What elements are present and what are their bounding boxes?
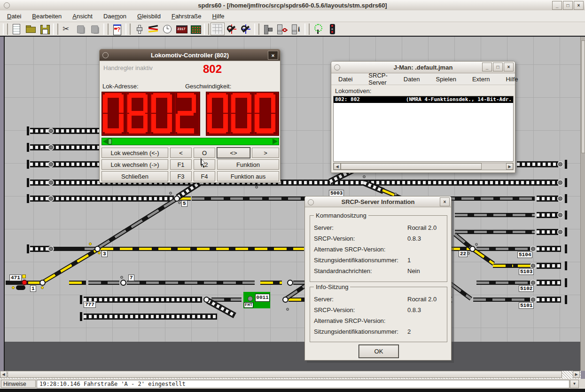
track-segment <box>69 281 86 285</box>
copy-button[interactable] <box>74 23 88 35</box>
edit-tracks-blue-button[interactable] <box>239 23 253 35</box>
jman-titlebar[interactable]: J-Man: .default.jman _□× <box>331 62 515 73</box>
hscroll-left-icon[interactable]: ◀ <box>0 371 7 378</box>
controller-window-icon[interactable] <box>102 52 109 58</box>
slider-handle[interactable] <box>108 139 112 144</box>
edit-tracks-red-button[interactable] <box>225 23 239 35</box>
layout-dark-band <box>5 342 580 371</box>
controller-close-button[interactable]: × <box>268 51 278 60</box>
menu-daemon[interactable]: Daemon <box>101 12 129 21</box>
button-schlie-en[interactable]: Schließen <box>101 171 168 181</box>
srcp-row-label: Server: <box>314 224 407 231</box>
open-file-button[interactable] <box>23 23 38 35</box>
switch-button[interactable] <box>469 246 476 252</box>
fht-button[interactable]: FHT0011 <box>243 292 270 308</box>
main-close-button[interactable]: × <box>574 1 584 10</box>
slider-left-arrow-icon[interactable] <box>103 139 108 144</box>
clock-button[interactable] <box>160 23 174 35</box>
menu-hilfe[interactable]: Hilfe <box>210 12 227 21</box>
jman-minimize-button[interactable]: _ <box>482 63 492 71</box>
jman-window-icon[interactable] <box>334 64 340 71</box>
switch-lever-button[interactable] <box>132 23 146 35</box>
toolbar-separator <box>103 24 109 35</box>
switch-button[interactable] <box>94 246 101 252</box>
srcp-close-button[interactable]: × <box>440 197 450 206</box>
srcp-titlebar[interactable]: SRCP-Server Information × <box>305 196 451 207</box>
button-<>[interactable]: <> <box>217 148 250 158</box>
jman-menu-daten[interactable]: Daten <box>401 75 422 84</box>
switch-button[interactable] <box>287 280 293 286</box>
indicator-dot <box>178 201 181 204</box>
hscroll-thumb[interactable] <box>8 371 562 378</box>
route-dash <box>493 265 513 267</box>
signal-red[interactable] <box>22 280 27 285</box>
jman-menu-srcpserver[interactable]: SRCP-Server <box>366 71 390 87</box>
kommandositzung-group: Kommandositzung Server:Rocrail 2.0SRCP-V… <box>310 215 447 282</box>
button-funktion-aus[interactable]: Funktion aus <box>217 171 279 181</box>
menu-gleisbild[interactable]: Gleisbild <box>135 12 163 21</box>
info-panel-button[interactable]: i <box>289 23 303 35</box>
locomotive-list[interactable]: 802: 802(NMRA 4-Funktionsdek., 14-Bit-Ad… <box>333 96 514 162</box>
ok-button[interactable]: OK <box>359 345 398 358</box>
track-segment <box>537 246 561 252</box>
locomotive-list-item[interactable]: 802: 802(NMRA 4-Funktionsdek., 14-Bit-Ad… <box>334 96 513 103</box>
speed-slider[interactable] <box>101 138 279 145</box>
vertical-scrollbar[interactable] <box>580 37 585 371</box>
main-maximize-button[interactable]: □ <box>563 1 573 10</box>
button-o[interactable]: O <box>194 148 215 158</box>
srcp-row-value: Nein <box>407 267 445 274</box>
status-message-field[interactable]: 19:28:10.146 Fahrstraße 'A - 2' eingeste… <box>37 380 569 388</box>
routes-button[interactable] <box>146 23 160 35</box>
srcp-window-icon[interactable] <box>308 199 314 205</box>
srcp-info-row: Alternative SRCP-Version: <box>310 244 447 255</box>
menu-datei[interactable]: Datei <box>5 12 23 21</box>
main-window-titlebar[interactable]: spdrs60 - [/home/jmf/roc/srcp/spdrs60-0.… <box>0 0 585 11</box>
jman-menu-spielen[interactable]: Spielen <box>434 75 459 84</box>
button->[interactable]: > <box>252 148 279 158</box>
lever-panel-button[interactable] <box>261 23 275 35</box>
decoder-panel-button[interactable] <box>275 23 289 35</box>
jman-menu-datei[interactable]: Datei <box>336 75 355 84</box>
slider-right-arrow-icon[interactable] <box>273 139 278 144</box>
main-minimize-button[interactable]: _ <box>552 1 562 10</box>
jman-close-button[interactable]: × <box>504 63 514 71</box>
jman-horizontal-scrollbar[interactable]: ◀ ▶ <box>333 163 514 170</box>
toolbar-separator <box>53 24 58 35</box>
paste-button[interactable] <box>88 23 102 35</box>
button-f3[interactable]: F3 <box>170 171 192 181</box>
button-<[interactable]: < <box>170 148 192 158</box>
green-signal-button[interactable] <box>311 23 325 35</box>
button-f4[interactable]: F4 <box>194 171 215 181</box>
horizontal-scrollbar[interactable]: ◀ ▶ <box>0 371 581 379</box>
save-file-button[interactable] <box>38 23 52 35</box>
vscroll-thumb[interactable] <box>581 40 585 153</box>
cut-button[interactable]: ✂ <box>60 23 74 35</box>
jman-scroll-thumb[interactable] <box>341 163 482 170</box>
properties-button[interactable]: ? <box>110 23 124 35</box>
jman-menu-hilfe[interactable]: Hilfe <box>503 75 520 84</box>
jman-maximize-button[interactable]: □ <box>493 63 503 71</box>
button-lok-wechseln->[interactable]: Lok wechseln (->) <box>101 159 168 170</box>
menu-ansicht[interactable]: Ansicht <box>70 12 95 21</box>
controller-titlebar[interactable]: Lokomotiv-Controller (802) × <box>100 49 280 61</box>
switch-button[interactable] <box>203 297 210 303</box>
switch-button[interactable] <box>120 280 126 286</box>
grid-view-button[interactable] <box>211 23 225 35</box>
window-menu-icon[interactable] <box>4 2 10 8</box>
hscroll-right-icon[interactable]: ▶ <box>573 371 580 378</box>
status-dropdown-icon[interactable]: ▼ <box>570 380 579 388</box>
keyboard-button[interactable] <box>188 23 203 35</box>
switch-button[interactable] <box>39 280 46 286</box>
menu-bearbeiten[interactable]: Bearbeiten <box>30 12 64 21</box>
locomotive-button[interactable]: 2317 <box>174 23 188 35</box>
button-lok-wechseln-<[interactable]: Lok wechseln (<-) <box>101 148 168 158</box>
scroll-left-icon[interactable]: ◀ <box>334 163 341 170</box>
scroll-right-icon[interactable]: ▶ <box>506 163 513 170</box>
switch-button[interactable] <box>282 297 289 303</box>
traffic-signal-button[interactable] <box>325 23 339 35</box>
new-file-button[interactable] <box>9 23 23 35</box>
button-f1[interactable]: F1 <box>170 159 192 170</box>
button-funktion[interactable]: Funktion <box>217 159 279 170</box>
menu-fahrstrae[interactable]: Fahrstraße <box>169 12 204 21</box>
jman-menu-extern[interactable]: Extern <box>470 75 492 84</box>
